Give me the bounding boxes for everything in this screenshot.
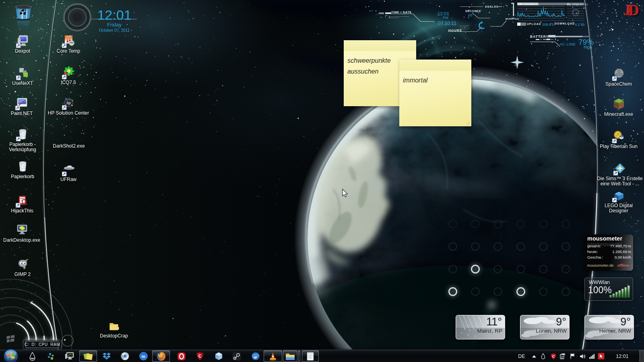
svg-text:C: C [552, 354, 555, 358]
svg-text:m: m [141, 354, 145, 359]
svg-text:hp: hp [66, 101, 71, 105]
svg-text:C: C [198, 354, 202, 358]
svg-text:O: O [572, 6, 580, 19]
